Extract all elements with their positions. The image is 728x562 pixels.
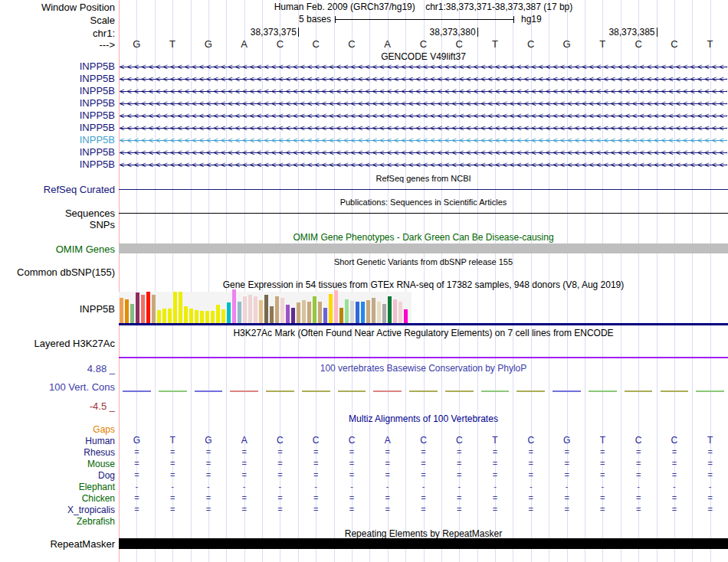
genome-browser-image[interactable]: Window Position Scale chr1: ---> RefSeq …: [0, 0, 728, 562]
gene-label[interactable]: INPP5B: [80, 73, 115, 85]
gene-label[interactable]: INPP5B: [80, 158, 115, 171]
gene-transcript-row[interactable]: <<<<<<<<<<<<<<<<<<<<<<<<<<<<<<<<<<<<<<<<…: [120, 158, 727, 171]
gtex-tissue-bar[interactable]: [388, 296, 392, 323]
gtex-tissue-bar[interactable]: [195, 310, 198, 323]
gtex-tissue-bar[interactable]: [275, 296, 279, 323]
species-label-mouse[interactable]: Mouse: [87, 458, 115, 470]
gene-transcript-row[interactable]: <<<<<<<<<<<<<<<<<<<<<<<<<<<<<<<<<<<<<<<<…: [120, 73, 727, 85]
gene-transcript-row[interactable]: <<<<<<<<<<<<<<<<<<<<<<<<<<<<<<<<<<<<<<<<…: [120, 109, 727, 122]
gtex-tissue-bar[interactable]: [184, 306, 188, 323]
species-label-dog[interactable]: Dog: [98, 469, 115, 482]
species-label-gaps[interactable]: Gaps: [93, 423, 115, 436]
repeatmasker-bar[interactable]: [119, 538, 728, 549]
gtex-tissue-bar[interactable]: [232, 289, 236, 323]
gene-transcript-row[interactable]: <<<<<<<<<<<<<<<<<<<<<<<<<<<<<<<<<<<<<<<<…: [120, 85, 727, 97]
gtex-tissue-bar[interactable]: [221, 309, 225, 323]
gene-transcript-row[interactable]: <<<<<<<<<<<<<<<<<<<<<<<<<<<<<<<<<<<<<<<<…: [120, 60, 727, 73]
sequences-track-line[interactable]: [119, 213, 728, 214]
gtex-tissue-bar[interactable]: [393, 299, 397, 323]
gtex-tissue-bar[interactable]: [259, 300, 263, 323]
gtex-tissue-bar[interactable]: [248, 295, 252, 323]
species-label-x_tropicalis[interactable]: X_tropicalis: [67, 504, 115, 516]
gtex-tissue-bar[interactable]: [125, 299, 129, 323]
gtex-tissue-bar[interactable]: [120, 298, 123, 323]
species-label-elephant[interactable]: Elephant: [79, 481, 115, 493]
track-label-sequences[interactable]: Sequences: [65, 207, 115, 220]
gtex-tissue-bar[interactable]: [291, 308, 295, 323]
gene-label[interactable]: INPP5B: [80, 134, 115, 146]
gene-label[interactable]: INPP5B: [80, 146, 115, 158]
gtex-tissue-bar[interactable]: [382, 304, 386, 323]
gene-label[interactable]: INPP5B: [80, 109, 115, 122]
gtex-tissue-bar[interactable]: [136, 292, 139, 323]
gtex-tissue-bar[interactable]: [339, 308, 343, 323]
gtex-tissue-bar[interactable]: [130, 304, 134, 323]
gtex-tissue-bar[interactable]: [162, 309, 166, 323]
gene-label[interactable]: INPP5B: [80, 122, 115, 134]
gtex-tissue-bar[interactable]: [345, 299, 349, 323]
gtex-tissue-bar[interactable]: [238, 302, 241, 323]
species-label-rhesus[interactable]: Rhesus: [84, 446, 115, 459]
species-label-chicken[interactable]: Chicken: [82, 492, 115, 505]
gtex-tissue-bar[interactable]: [264, 295, 268, 323]
gtex-tissue-bar[interactable]: [141, 295, 145, 323]
gtex-tissue-bar[interactable]: [243, 296, 247, 323]
gtex-tissue-bar[interactable]: [216, 305, 220, 323]
gtex-tissue-bar[interactable]: [254, 296, 257, 323]
gene-transcript-row[interactable]: <<<<<<<<<<<<<<<<<<<<<<<<<<<<<<<<<<<<<<<<…: [120, 122, 727, 134]
gtex-tissue-bar[interactable]: [297, 302, 300, 323]
gtex-tissue-bar[interactable]: [372, 298, 375, 323]
gtex-tissue-bar[interactable]: [334, 290, 338, 323]
gtex-tissue-bar[interactable]: [286, 305, 290, 323]
gene-transcript-row[interactable]: <<<<<<<<<<<<<<<<<<<<<<<<<<<<<<<<<<<<<<<<…: [120, 146, 727, 158]
alignment-mark: -: [513, 481, 549, 492]
gtex-tissue-bar[interactable]: [227, 302, 231, 323]
h3k27ac-signal-line[interactable]: [119, 357, 728, 358]
gtex-tissue-bar[interactable]: [404, 309, 408, 323]
track-label-snps[interactable]: SNPs: [90, 219, 115, 231]
gtex-tissue-bar[interactable]: [146, 292, 150, 323]
gtex-tissue-bar[interactable]: [179, 292, 182, 323]
gtex-tissue-bar[interactable]: [356, 302, 359, 323]
track-label-dbsnp[interactable]: Common dbSNP(155): [17, 266, 115, 279]
refseq-track-line[interactable]: [119, 189, 728, 190]
omim-gene-bar[interactable]: [119, 243, 728, 253]
gtex-tissue-bar[interactable]: [361, 302, 365, 323]
gtex-tissue-bar[interactable]: [280, 298, 284, 323]
gene-label[interactable]: INPP5B: [80, 60, 115, 73]
track-label-gtex-gene[interactable]: INPP5B: [80, 303, 115, 315]
gtex-tissue-bar[interactable]: [152, 295, 156, 323]
track-label-h3k27ac[interactable]: Layered H3K27Ac: [34, 338, 115, 350]
sequence-base: T: [477, 435, 513, 446]
gtex-tissue-bar[interactable]: [398, 302, 402, 323]
gtex-tissue-bar[interactable]: [168, 309, 172, 323]
gtex-tissue-bar[interactable]: [377, 302, 381, 323]
gtex-tissue-bar[interactable]: [366, 300, 370, 323]
track-label-refseq[interactable]: RefSeq Curated: [44, 184, 115, 196]
gene-transcript-row[interactable]: <<<<<<<<<<<<<<<<<<<<<<<<<<<<<<<<<<<<<<<<…: [120, 134, 727, 146]
gtex-tissue-bar[interactable]: [329, 294, 333, 323]
track-label-repeatmasker[interactable]: RepeatMasker: [50, 538, 115, 551]
gtex-tissue-bar[interactable]: [205, 311, 209, 323]
gtex-tissue-bar[interactable]: [211, 311, 215, 323]
track-label-omim[interactable]: OMIM Genes: [56, 243, 115, 256]
gene-label[interactable]: INPP5B: [80, 97, 115, 109]
gtex-tissue-bar[interactable]: [173, 292, 177, 323]
species-label-human[interactable]: Human: [85, 435, 115, 447]
gtex-tissue-bar[interactable]: [270, 306, 274, 323]
gene-label[interactable]: INPP5B: [80, 85, 115, 97]
gtex-tissue-bar[interactable]: [318, 302, 322, 323]
gtex-tissue-bar[interactable]: [323, 308, 327, 323]
gtex-tissue-bar[interactable]: [302, 300, 306, 323]
track-label-cons[interactable]: 100 Vert. Cons: [49, 381, 115, 394]
gtex-tissue-bar[interactable]: [307, 302, 311, 323]
gene-transcript-row[interactable]: <<<<<<<<<<<<<<<<<<<<<<<<<<<<<<<<<<<<<<<<…: [120, 97, 727, 109]
gtex-tissue-bar[interactable]: [189, 309, 193, 323]
gtex-tissue-bar[interactable]: [157, 310, 161, 323]
gtex-tissue-bar[interactable]: [200, 311, 204, 323]
scale-bar-right-tick: [513, 16, 514, 23]
species-label-zebrafish[interactable]: Zebrafish: [77, 515, 115, 528]
gtex-baseline[interactable]: [119, 323, 728, 325]
gtex-tissue-bar[interactable]: [313, 296, 316, 323]
gtex-tissue-bar[interactable]: [350, 301, 354, 323]
